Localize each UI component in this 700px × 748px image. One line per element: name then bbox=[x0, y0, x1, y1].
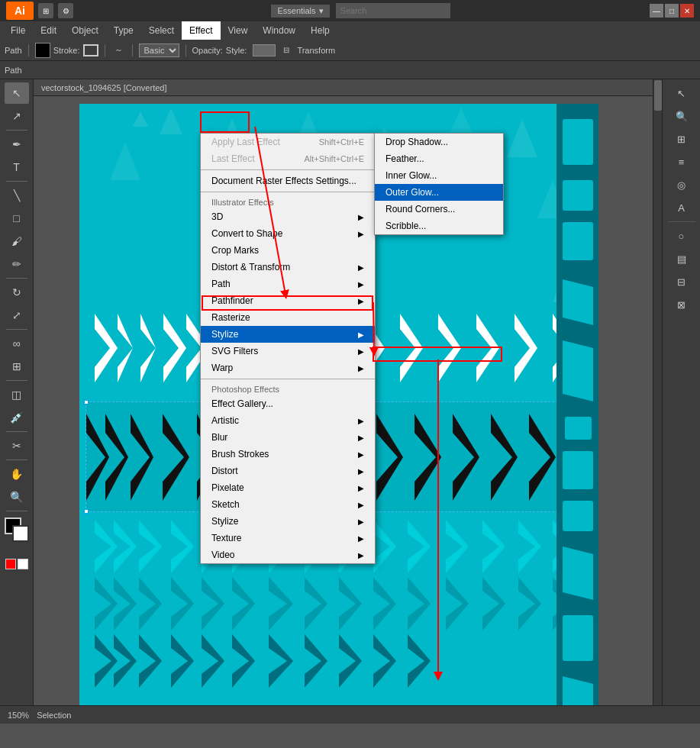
right-tool-7[interactable]: ○ bbox=[668, 225, 695, 247]
background-color[interactable] bbox=[12, 525, 29, 542]
right-tool-4[interactable]: ≡ bbox=[668, 151, 695, 172]
right-tool-2[interactable]: 🔍 bbox=[668, 105, 695, 127]
essentials-dropdown[interactable]: Essentials ▾ bbox=[271, 5, 329, 18]
dd-rasterize[interactable]: Rasterize bbox=[201, 309, 375, 326]
sub-scribble[interactable]: Scribble... bbox=[375, 218, 503, 234]
dd-crop-marks[interactable]: Crop Marks bbox=[201, 242, 375, 259]
white-swatch[interactable] bbox=[18, 559, 28, 569]
dd-stylize-ps[interactable]: Stylize▶ bbox=[201, 513, 375, 530]
dd-distort-ps[interactable]: Distort▶ bbox=[201, 463, 375, 479]
zoom-tool[interactable]: 🔍 bbox=[5, 486, 29, 508]
toolbar: Path Stroke: ～ Basic Opacity: Style: ⊟ T… bbox=[0, 40, 700, 61]
line-tool[interactable]: ╲ bbox=[5, 185, 29, 206]
selection-tool[interactable]: ↖ bbox=[5, 82, 29, 104]
dd-sep-1 bbox=[201, 169, 375, 170]
gradient-tool[interactable]: ◫ bbox=[5, 384, 29, 405]
dd-3d[interactable]: 3D▶ bbox=[201, 208, 375, 225]
sub-outer-glow[interactable]: Outer Glow... bbox=[375, 184, 503, 201]
dd-blur[interactable]: Blur▶ bbox=[201, 429, 375, 446]
dd-artistic[interactable]: Artistic▶ bbox=[201, 412, 375, 429]
right-tool-3[interactable]: ⊞ bbox=[668, 128, 695, 150]
dd-texture[interactable]: Texture▶ bbox=[201, 530, 375, 546]
mesh-tool[interactable]: ⊞ bbox=[5, 356, 29, 377]
blend-tool[interactable]: ∞ bbox=[5, 333, 29, 354]
minimize-button[interactable]: — bbox=[650, 4, 663, 18]
dd-effect-gallery[interactable]: Effect Gallery... bbox=[201, 395, 375, 412]
search-input[interactable] bbox=[336, 3, 450, 18]
scissors-tool[interactable]: ✂ bbox=[5, 435, 29, 456]
sub-drop-shadow[interactable]: Drop Shadow... bbox=[375, 134, 503, 150]
color-swatches[interactable] bbox=[5, 517, 29, 542]
title-icon-1[interactable]: ⊞ bbox=[38, 3, 53, 18]
svg-marker-67 bbox=[482, 577, 505, 630]
dd-brush-strokes[interactable]: Brush Strokes▶ bbox=[201, 446, 375, 463]
svg-marker-91 bbox=[563, 676, 593, 705]
doc-raster-item[interactable]: Document Raster Effects Settings... bbox=[201, 172, 375, 189]
canvas-content[interactable]: Apply Last Effect Shift+Ctrl+E Last Effe… bbox=[34, 96, 653, 705]
menu-bar: File Edit Object Type Select Effect View… bbox=[0, 21, 700, 40]
red-swatch[interactable] bbox=[5, 559, 16, 569]
dd-pathfinder[interactable]: Pathfinder▶ bbox=[201, 292, 375, 309]
right-tool-6[interactable]: A bbox=[668, 197, 695, 218]
handle-tl[interactable] bbox=[84, 400, 89, 405]
type-tool[interactable]: T bbox=[5, 156, 29, 178]
style-dropdown[interactable]: Basic bbox=[139, 44, 179, 57]
vertical-scrollbar[interactable] bbox=[653, 79, 662, 705]
pencil-tool[interactable]: ✏ bbox=[5, 253, 29, 275]
hand-tool[interactable]: ✋ bbox=[5, 463, 29, 485]
menu-effect[interactable]: Effect bbox=[182, 21, 220, 40]
dd-path[interactable]: Path▶ bbox=[201, 276, 375, 292]
svg-rect-88 bbox=[563, 501, 593, 531]
direct-selection-tool[interactable]: ↗ bbox=[5, 105, 29, 127]
title-icon-2[interactable]: ⚙ bbox=[58, 3, 73, 18]
style-preview bbox=[253, 44, 276, 56]
pen-tool[interactable]: ✒ bbox=[5, 134, 29, 155]
menu-window[interactable]: Window bbox=[255, 21, 303, 40]
dd-sketch[interactable]: Sketch▶ bbox=[201, 496, 375, 513]
last-effect-item[interactable]: Last Effect Alt+Shift+Ctrl+E bbox=[201, 150, 375, 167]
menu-file[interactable]: File bbox=[3, 21, 33, 40]
apply-last-effect-item[interactable]: Apply Last Effect Shift+Ctrl+E bbox=[201, 134, 375, 150]
handle-bl[interactable] bbox=[84, 509, 89, 514]
right-panel: ↖ 🔍 ⊞ ≡ ◎ A ○ ▤ ⊟ ⊠ bbox=[662, 79, 700, 705]
eyedropper-tool[interactable]: 💉 bbox=[5, 407, 29, 428]
dd-svg-filters[interactable]: SVG Filters▶ bbox=[201, 343, 375, 359]
menu-type[interactable]: Type bbox=[106, 21, 141, 40]
scroll-thumb[interactable] bbox=[654, 80, 662, 111]
menu-edit[interactable]: Edit bbox=[33, 21, 64, 40]
sub-round-corners[interactable]: Round Corners... bbox=[375, 201, 503, 218]
style-label: Style: bbox=[226, 46, 247, 55]
right-tool-layers[interactable]: ▤ bbox=[668, 248, 695, 269]
menu-view[interactable]: View bbox=[221, 21, 256, 40]
menu-help[interactable]: Help bbox=[303, 21, 337, 40]
sub-inner-glow[interactable]: Inner Glow... bbox=[375, 167, 503, 184]
fill-color[interactable] bbox=[35, 43, 50, 58]
align-icon[interactable]: ⊟ bbox=[279, 44, 294, 56]
dd-convert-shape[interactable]: Convert to Shape▶ bbox=[201, 225, 375, 242]
right-tool-tf[interactable]: ⊠ bbox=[668, 294, 695, 315]
right-tool-1[interactable]: ↖ bbox=[668, 82, 695, 104]
path-bar: Path bbox=[0, 61, 700, 79]
maximize-button[interactable]: □ bbox=[665, 4, 679, 18]
rotate-tool[interactable]: ↻ bbox=[5, 282, 29, 303]
rect-tool[interactable]: □ bbox=[5, 208, 29, 229]
menu-select[interactable]: Select bbox=[141, 21, 182, 40]
dd-stylize[interactable]: Stylize▶ bbox=[201, 326, 375, 343]
dd-distort[interactable]: Distort & Transform▶ bbox=[201, 259, 375, 276]
sub-feather[interactable]: Feather... bbox=[375, 150, 503, 167]
close-button[interactable]: ✕ bbox=[680, 4, 694, 18]
variable-width-tool[interactable]: ～ bbox=[111, 43, 126, 57]
svg-marker-89 bbox=[563, 546, 593, 600]
right-tool-align[interactable]: ⊟ bbox=[668, 271, 695, 292]
dd-video[interactable]: Video▶ bbox=[201, 546, 375, 563]
svg-marker-66 bbox=[446, 577, 469, 630]
canvas-tab[interactable]: vectorstock_1094625 [Converted] bbox=[34, 79, 653, 96]
scale-tool[interactable]: ⤢ bbox=[5, 305, 29, 326]
menu-object[interactable]: Object bbox=[64, 21, 106, 40]
paintbrush-tool[interactable]: 🖌 bbox=[5, 231, 29, 252]
right-tool-5[interactable]: ◎ bbox=[668, 174, 695, 195]
svg-marker-63 bbox=[339, 577, 362, 630]
stroke-color[interactable] bbox=[83, 44, 98, 56]
dd-pixelate[interactable]: Pixelate▶ bbox=[201, 479, 375, 496]
dd-warp[interactable]: Warp▶ bbox=[201, 359, 375, 376]
